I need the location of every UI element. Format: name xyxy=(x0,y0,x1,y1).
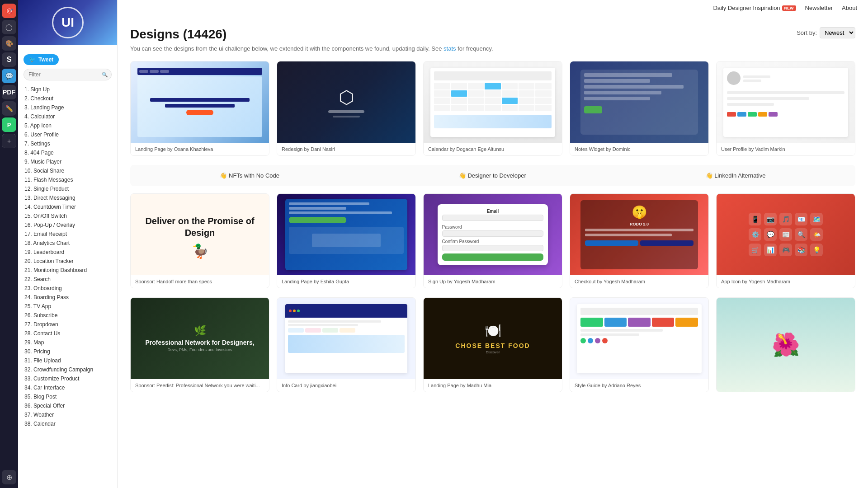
card-label-signup: Sign Up by Yogesh Madharam xyxy=(424,275,562,288)
design-card-landing-purple[interactable]: Landing Page by Eshita Gupta xyxy=(277,193,416,288)
card-image-signup: Email Password Confirm Password xyxy=(424,194,562,275)
promo-nft[interactable]: 👋 NFTs with No Code xyxy=(220,172,279,179)
nav-item-customize[interactable]: 33. Customize Product xyxy=(18,374,117,383)
sidebar: UI 🐦 Tweet 🔍 1. Sign Up 2. Checkout 3. L… xyxy=(18,0,118,488)
design-card-infocard[interactable]: Info Card by jiangxiaobei xyxy=(277,297,416,392)
nav-item-musicplayer[interactable]: 9. Music Player xyxy=(18,157,117,166)
nav-item-leaderboard[interactable]: 19. Leaderboard xyxy=(18,248,117,257)
nav-item-calendar[interactable]: 38. Calendar xyxy=(18,419,117,428)
tweet-button[interactable]: 🐦 Tweet xyxy=(24,54,59,65)
sort-row: Sort by: Newest Oldest Popular xyxy=(797,27,855,38)
nav-item-socialshare[interactable]: 10. Social Share xyxy=(18,166,117,175)
nav-item-locationtracker[interactable]: 20. Location Tracker xyxy=(18,257,117,266)
stats-link[interactable]: stats xyxy=(443,45,456,52)
top-nav: Daily Designer Inspiration NEW Newslette… xyxy=(118,0,868,16)
nav-item-settings[interactable]: 7. Settings xyxy=(18,139,117,148)
icon-bar-item-8[interactable]: P xyxy=(2,117,16,132)
nav-item-directmessaging[interactable]: 13. Direct Messaging xyxy=(18,193,117,202)
design-card-illustration[interactable]: 🌺 Illustration by muhammed said xyxy=(716,297,855,392)
nav-item-emailreceipt[interactable]: 17. Email Receipt xyxy=(18,230,117,239)
nav-item-onoffswitch[interactable]: 15. On/Off Switch xyxy=(18,211,117,221)
card-label-4: Notes Widget by Dominic xyxy=(570,143,708,155)
design-card-userprofile[interactable]: User Profile by Vadim Markin xyxy=(716,61,855,156)
icon-bar-item-5[interactable]: 💬 xyxy=(2,69,16,83)
nav-list: 1. Sign Up 2. Checkout 3. Landing Page 4… xyxy=(18,83,117,430)
nav-item-carinterface[interactable]: 34. Car Interface xyxy=(18,383,117,392)
icon-bar-item-7[interactable]: ✏️ xyxy=(2,101,16,116)
nav-item-blogpost[interactable]: 35. Blog Post xyxy=(18,392,117,401)
nav-item-search[interactable]: 22. Search xyxy=(18,275,117,284)
search-input[interactable] xyxy=(24,69,112,80)
design-card-food[interactable]: 🍽️ CHOSE BEST FOOD Discover Landing Page… xyxy=(423,297,562,392)
nav-item-subscribe[interactable]: 26. Subscribe xyxy=(18,311,117,320)
twitter-icon: 🐦 xyxy=(29,56,36,63)
nav-item-signup[interactable]: 1. Sign Up xyxy=(18,85,117,94)
promo-row: 👋 NFTs with No Code 👋 Designer to Develo… xyxy=(130,165,855,186)
nav-item-popup[interactable]: 16. Pop-Up / Overlay xyxy=(18,221,117,230)
designs-grid-row3: 🌿 Professional Network for Designers, De… xyxy=(130,297,855,392)
design-card-landing-page[interactable]: Landing Page by Oxana Khazhieva xyxy=(130,61,269,156)
design-card-checkout[interactable]: 🤫 RODO 2.0 Checkout by Yogesh Madharam xyxy=(570,193,709,288)
design-card-signup-purple[interactable]: Email Password Confirm Password Sign Up … xyxy=(423,193,562,288)
nav-item-specialoffer[interactable]: 36. Special Offer xyxy=(18,401,117,410)
nav-item-countdown[interactable]: 14. Countdown Timer xyxy=(18,202,117,211)
sort-select[interactable]: Newest Oldest Popular xyxy=(820,27,855,38)
icon-bar-add[interactable]: + xyxy=(2,134,16,148)
design-card-appicon[interactable]: 📱📷🎵 📧🗺️⚙️ 💬📰🔍 🌤️🛒📊 🎮📚💡 App Icon by Yoges… xyxy=(716,193,855,288)
tweet-label: Tweet xyxy=(38,56,53,63)
card-label-checkout: Checkout by Yogesh Madharam xyxy=(570,275,708,288)
icon-bar-bottom[interactable]: ⊕ xyxy=(2,470,16,484)
new-badge: NEW xyxy=(782,5,796,11)
about-link[interactable]: About xyxy=(842,5,857,11)
nav-item-appicon[interactable]: 5. App Icon xyxy=(18,121,117,130)
nav-item-fileupload[interactable]: 31. File Upload xyxy=(18,356,117,365)
icon-bar-item-1[interactable]: 🎯 xyxy=(2,4,16,18)
icon-bar-item-6[interactable]: PDF xyxy=(2,85,16,99)
card-image-5 xyxy=(717,61,855,143)
nav-item-onboarding[interactable]: 23. Onboarding xyxy=(18,284,117,293)
nav-item-dropdown[interactable]: 27. Dropdown xyxy=(18,320,117,329)
promo-linkedin[interactable]: 👋 LinkedIn Alternative xyxy=(706,172,766,179)
design-card-redesign[interactable]: ⬡ Redesign by Dani Nasiri xyxy=(277,61,416,156)
daily-designer-link[interactable]: Daily Designer Inspiration NEW xyxy=(713,5,796,11)
daily-designer-label: Daily Designer Inspiration xyxy=(713,5,780,11)
nav-item-pricing[interactable]: 30. Pricing xyxy=(18,347,117,356)
newsletter-label: Newsletter xyxy=(805,5,833,11)
card-image-infocard xyxy=(277,298,415,379)
nav-item-boardingpass[interactable]: 24. Boarding Pass xyxy=(18,293,117,302)
card-label-1: Landing Page by Oxana Khazhieva xyxy=(131,143,269,155)
card-image-1 xyxy=(131,61,269,143)
nav-item-flashmessages[interactable]: 11. Flash Messages xyxy=(18,175,117,184)
design-card-styleguide[interactable]: Style Guide by Adriano Reyes xyxy=(570,297,709,392)
nav-item-landing[interactable]: 3. Landing Page xyxy=(18,103,117,112)
design-card-peerlist[interactable]: 🌿 Professional Network for Designers, De… xyxy=(130,297,269,392)
card-image-2: ⬡ xyxy=(277,61,415,143)
nav-item-tvapp[interactable]: 25. TV App xyxy=(18,302,117,311)
card-label-styleguide: Style Guide by Adriano Reyes xyxy=(570,379,708,392)
icon-bar-item-4[interactable]: S xyxy=(2,52,16,67)
icon-bar-item-2[interactable]: ◯ xyxy=(2,20,16,34)
card-label-5: User Profile by Vadim Markin xyxy=(717,143,855,155)
nav-item-monitoring[interactable]: 21. Monitoring Dashboard xyxy=(18,266,117,275)
nav-item-analytics[interactable]: 18. Analytics Chart xyxy=(18,239,117,248)
nav-item-map[interactable]: 29. Map xyxy=(18,338,117,347)
icon-bar-item-3[interactable]: 🎨 xyxy=(2,36,16,51)
nav-item-calculator[interactable]: 4. Calculator xyxy=(18,112,117,121)
card-label-landing-purple: Landing Page by Eshita Gupta xyxy=(277,275,415,288)
newsletter-link[interactable]: Newsletter xyxy=(805,5,833,11)
nav-item-404[interactable]: 8. 404 Page xyxy=(18,148,117,157)
nav-item-weather[interactable]: 37. Weather xyxy=(18,410,117,419)
card-image-appicon: 📱📷🎵 📧🗺️⚙️ 💬📰🔍 🌤️🛒📊 🎮📚💡 xyxy=(717,194,855,275)
design-card-notes[interactable]: Notes Widget by Dominic xyxy=(570,61,709,156)
nav-item-contactus[interactable]: 28. Contact Us xyxy=(18,329,117,338)
nav-item-checkout[interactable]: 2. Checkout xyxy=(18,94,117,103)
card-image-3 xyxy=(424,61,562,143)
promo-designer-dev[interactable]: 👋 Designer to Developer xyxy=(459,172,526,179)
card-label-handoff: Sponsor: Handoff more than specs xyxy=(131,275,269,288)
design-card-handoff[interactable]: Deliver on the Promise of Design 🦆 Spons… xyxy=(130,193,269,288)
nav-item-userprofile[interactable]: 6. User Profile xyxy=(18,130,117,139)
nav-item-crowdfunding[interactable]: 32. Crowdfunding Campaign xyxy=(18,365,117,374)
nav-item-singleproduct[interactable]: 12. Single Product xyxy=(18,184,117,193)
design-card-calendar[interactable]: Calendar by Dogacan Ege Altunsu xyxy=(423,61,562,156)
icon-bar: 🎯 ◯ 🎨 S 💬 PDF ✏️ P + ⊕ xyxy=(0,0,18,488)
